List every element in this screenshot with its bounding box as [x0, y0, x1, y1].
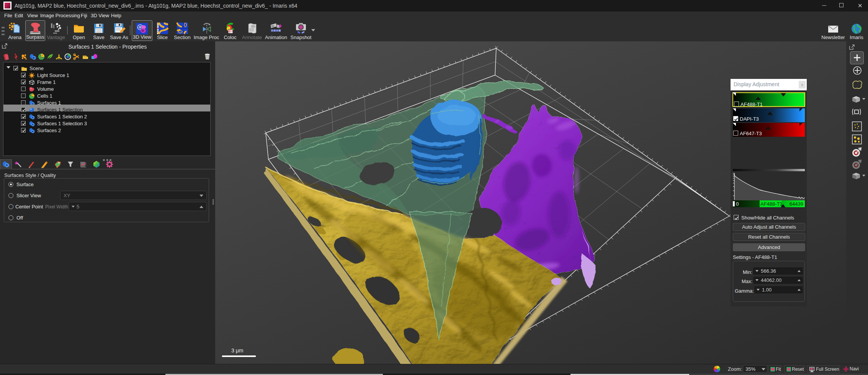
svg-text:3 μm: 3 μm — [231, 347, 243, 354]
